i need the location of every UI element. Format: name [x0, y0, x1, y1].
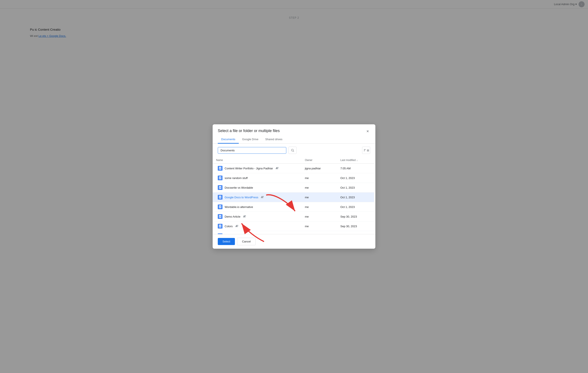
- svg-rect-41: [219, 225, 221, 228]
- svg-rect-34: [219, 215, 221, 218]
- dialog-title: Select a file or folder or multiple file…: [218, 129, 280, 133]
- cell-modified: 7:05 AM: [337, 164, 374, 173]
- file-table: Name Owner Last modified ↓: [213, 157, 374, 234]
- table-row[interactable]: Wordable.io alternativemeOct 1, 2023: [213, 202, 374, 212]
- cell-name: Wordable.io alternative: [213, 202, 302, 212]
- file-table-body: Content Writer Portfolio - Jigna Padhiar…: [213, 164, 374, 234]
- cell-owner: jigna padhiar: [302, 164, 337, 173]
- cell-owner: me: [302, 173, 337, 183]
- cell-name: some random stuff: [213, 173, 302, 183]
- close-button[interactable]: ×: [365, 129, 370, 134]
- shared-icon: [243, 215, 246, 218]
- cell-name: Demo Article: [213, 212, 302, 221]
- cell-owner: me: [302, 212, 337, 221]
- file-name-text: Content Writer Portfolio - Jigna Padhiar: [225, 167, 273, 170]
- search-input[interactable]: [218, 147, 286, 154]
- doc-icon: [218, 233, 222, 234]
- col-header-owner: Owner: [302, 157, 337, 164]
- table-row[interactable]: Content Writer Portfolio - Jigna Padhiar…: [213, 164, 374, 173]
- search-button[interactable]: [288, 147, 297, 154]
- cell-owner: me: [302, 202, 337, 212]
- file-name-text: Colors: [225, 225, 233, 228]
- cell-name: Colors: [213, 221, 302, 231]
- search-row: ⊞: [213, 144, 375, 157]
- doc-icon: [218, 166, 222, 171]
- doc-icon: [218, 224, 222, 229]
- search-input-wrap: [218, 147, 286, 154]
- cell-modified: Oct 1, 2023: [337, 183, 374, 193]
- svg-rect-5: [219, 167, 221, 170]
- svg-point-11: [277, 167, 278, 168]
- svg-rect-22: [219, 196, 221, 198]
- cell-modified: Sep 30, 2023: [337, 221, 374, 231]
- cell-owner: me: [302, 221, 337, 231]
- svg-point-47: [237, 225, 238, 226]
- file-name-text: Demo Article: [225, 215, 241, 218]
- table-row[interactable]: Google Docs to WordPress meOct 1, 2023: [213, 193, 374, 202]
- search-icon: [291, 149, 294, 152]
- col-header-name: Name: [213, 157, 302, 164]
- tab-shared-drives[interactable]: Shared drives: [262, 135, 286, 144]
- svg-rect-29: [219, 205, 221, 208]
- doc-icon: [218, 185, 222, 190]
- svg-line-1: [293, 151, 294, 152]
- cell-owner: me: [302, 193, 337, 202]
- shared-icon: [235, 225, 239, 228]
- cell-owner: me: [302, 183, 337, 193]
- file-name-text: Google Docs to WordPress: [225, 196, 258, 199]
- file-name-text: Docswrite vs Wordable: [225, 186, 253, 189]
- table-row[interactable]: Demo Article meSep 30, 2023: [213, 212, 374, 221]
- sort-button[interactable]: ⊞: [362, 147, 370, 154]
- svg-point-40: [245, 215, 246, 216]
- cell-name: Google Docs to WordPress: [213, 193, 302, 202]
- file-picker-dialog: Select a file or folder or multiple file…: [213, 124, 375, 249]
- sort-arrow-icon: ↓: [357, 159, 358, 161]
- svg-point-28: [263, 196, 263, 197]
- sort-icon-text: ⊞: [367, 149, 369, 152]
- cancel-button[interactable]: Cancel: [237, 238, 255, 245]
- sort-icon: [363, 149, 367, 152]
- cell-modified: Oct 1, 2023: [337, 202, 374, 212]
- modal-overlay: Select a file or folder or multiple file…: [0, 0, 588, 373]
- svg-rect-17: [219, 186, 221, 189]
- file-name-text: some random stuff: [225, 176, 248, 180]
- doc-icon: [218, 176, 222, 180]
- table-row[interactable]: Docswrite vs WordablemeOct 1, 2023: [213, 183, 374, 193]
- select-button[interactable]: Select: [218, 238, 235, 245]
- table-header: Name Owner Last modified ↓: [213, 157, 374, 164]
- table-row[interactable]: Tour Booking Phase 1meSep 28, 2023: [213, 231, 374, 234]
- tab-documents[interactable]: Documents: [218, 135, 239, 144]
- doc-icon: [218, 195, 222, 199]
- cell-name: Tour Booking Phase 1: [213, 231, 302, 234]
- svg-rect-12: [219, 176, 221, 179]
- svg-point-0: [291, 149, 293, 151]
- shared-icon: [261, 196, 264, 199]
- cell-name: Docswrite vs Wordable: [213, 183, 302, 193]
- cell-owner: me: [302, 231, 337, 234]
- file-table-wrap: Name Owner Last modified ↓: [213, 157, 375, 234]
- cell-modified: Oct 1, 2023: [337, 193, 374, 202]
- table-row[interactable]: Colors meSep 30, 2023: [213, 221, 374, 231]
- shared-icon: [276, 167, 279, 170]
- cell-name: Content Writer Portfolio - Jigna Padhiar: [213, 164, 302, 173]
- tab-google-drive[interactable]: Google Drive: [239, 135, 262, 144]
- col-header-modified[interactable]: Last modified ↓: [337, 157, 374, 164]
- cell-modified: Sep 30, 2023: [337, 212, 374, 221]
- doc-icon: [218, 205, 222, 209]
- dialog-footer: Select Cancel: [213, 234, 375, 249]
- cell-modified: Sep 28, 2023: [337, 231, 374, 234]
- table-row[interactable]: some random stuffmeOct 1, 2023: [213, 173, 374, 183]
- cell-modified: Oct 1, 2023: [337, 173, 374, 183]
- dialog-header: Select a file or folder or multiple file…: [213, 124, 375, 134]
- file-name-text: Wordable.io alternative: [225, 205, 253, 208]
- tabs-container: Documents Google Drive Shared drives: [213, 135, 375, 144]
- doc-icon: [218, 214, 222, 219]
